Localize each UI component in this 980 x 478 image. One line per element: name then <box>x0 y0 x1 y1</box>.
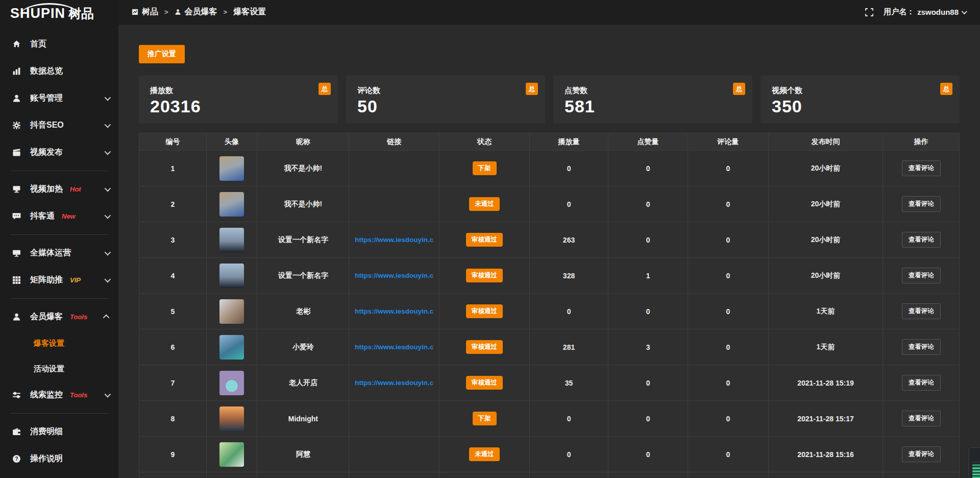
status-badge[interactable]: 审核通过 <box>466 340 503 354</box>
sidebar-item-douketong[interactable]: 抖客通 New <box>0 203 118 230</box>
username-label: 用户名： <box>884 7 914 17</box>
view-comments-button[interactable]: 查看评论 <box>902 232 941 248</box>
question-icon: ? <box>12 455 21 463</box>
sidebar-menu: 首页 数据总览 账号管理 抖音SEO <box>0 27 118 472</box>
table-row: 4 设置一个新名字 https://www.iesdouyin.c 审核通过 3… <box>139 258 960 294</box>
breadcrumb-item-member-baoke[interactable]: 会员爆客 <box>175 7 217 17</box>
chevron-down-icon <box>105 94 111 101</box>
cell-status: 审核通过 <box>439 329 530 365</box>
avatar <box>219 442 244 467</box>
floating-widget[interactable] <box>969 447 980 478</box>
cell-num: 3 <box>139 222 207 258</box>
sidebar-subitem-baoke-settings[interactable]: 爆客设置 <box>0 330 118 356</box>
sidebar-item-label: 全媒体运营 <box>30 248 71 258</box>
cell-num: 8 <box>139 401 207 437</box>
cell-link[interactable]: https://www.iesdouyin.c <box>349 222 439 258</box>
status-badge[interactable]: 审核通过 <box>466 304 503 318</box>
cell-status: 未通过 <box>439 437 530 472</box>
stat-label: 评论数 <box>357 86 534 95</box>
table-row: 1 我不是小帅! 下架 0 0 0 20小时前 查看评论 <box>139 151 960 186</box>
logo: SHUPIN树品 <box>0 0 118 27</box>
cell-likes: 0 <box>608 437 688 472</box>
cell-avatar <box>206 401 257 437</box>
promo-settings-button[interactable]: 推广设置 <box>139 45 185 63</box>
status-badge[interactable]: 审核通过 <box>466 269 503 282</box>
status-badge[interactable]: 下架 <box>473 412 497 425</box>
col-header-comments: 评论量 <box>688 133 768 151</box>
user-menu[interactable]: 用户名：zswodun88 <box>884 7 966 17</box>
sidebar-item-member-baoke[interactable]: 会员爆客 Tools <box>0 303 118 330</box>
stat-value: 581 <box>565 97 741 116</box>
cell-avatar <box>206 186 257 222</box>
cell-link[interactable]: https://www.iesdouyin.c <box>349 294 439 329</box>
status-badge[interactable]: 审核通过 <box>466 376 503 390</box>
sidebar-item-douyin-seo[interactable]: 抖音SEO <box>0 112 118 139</box>
sidebar-subitem-activity-settings[interactable]: 活动设置 <box>0 356 118 381</box>
sidebar-item-instructions[interactable]: ? 操作说明 <box>0 445 118 472</box>
avatar <box>219 335 244 360</box>
view-comments-button[interactable]: 查看评论 <box>902 339 941 355</box>
home-icon <box>12 40 21 49</box>
breadcrumb-separator: > <box>164 8 168 16</box>
videos-table: 编号 头像 昵称 链接 状态 播放量 点赞量 评论量 发布时间 操作 <box>139 133 960 478</box>
view-comments-button[interactable]: 查看评论 <box>902 375 941 391</box>
cell-avatar <box>206 294 257 329</box>
sidebar-item-label: 矩阵助推 <box>30 275 63 285</box>
view-comments-button[interactable]: 查看评论 <box>902 160 941 176</box>
cell-comments: 0 <box>688 294 768 329</box>
cell-plays: 328 <box>529 258 608 294</box>
table-row: 5 老彬 https://www.iesdouyin.c 审核通过 0 0 0 … <box>139 294 960 329</box>
sidebar-item-home[interactable]: 首页 <box>0 31 118 58</box>
cell-link[interactable]: https://www.iesdouyin.c <box>349 329 439 365</box>
table-row-partial <box>139 472 960 478</box>
floating-widget-top <box>971 451 980 462</box>
sidebar-item-consumption-details[interactable]: 消费明细 <box>0 418 118 445</box>
cell-op: 查看评论 <box>883 329 960 365</box>
table-row: 3 设置一个新名字 https://www.iesdouyin.c 审核通过 2… <box>139 222 960 258</box>
cell-comments: 0 <box>688 365 768 401</box>
monitor-icon <box>12 249 21 257</box>
cell-avatar <box>206 222 257 258</box>
chevron-up-icon <box>103 315 110 321</box>
member-icon <box>12 313 21 321</box>
status-badge[interactable]: 审核通过 <box>466 233 503 247</box>
col-header-num: 编号 <box>139 133 207 151</box>
chevron-down-icon <box>105 391 111 398</box>
sidebar-item-matrix-boost[interactable]: 矩阵助推 VIP <box>0 267 118 294</box>
view-comments-button[interactable]: 查看评论 <box>902 268 941 283</box>
cell-link[interactable] <box>349 437 439 472</box>
table-row: 6 小爱玲 https://www.iesdouyin.c 审核通过 281 3… <box>139 329 960 365</box>
chat-icon <box>12 212 21 221</box>
view-comments-button[interactable]: 查看评论 <box>902 411 941 426</box>
view-comments-button[interactable]: 查看评论 <box>902 446 941 462</box>
cell-link <box>349 472 439 478</box>
cell-time: 1天前 <box>768 329 883 365</box>
sidebar-item-omnimedia[interactable]: 全媒体运营 <box>0 240 118 267</box>
view-comments-button[interactable]: 查看评论 <box>902 196 941 212</box>
cell-link[interactable] <box>349 186 439 222</box>
sidebar-item-account-management[interactable]: 账号管理 <box>0 85 118 112</box>
status-badge[interactable]: 未通过 <box>469 197 500 211</box>
total-badge: 总 <box>318 83 331 95</box>
cell-link[interactable] <box>349 401 439 437</box>
cell-link[interactable]: https://www.iesdouyin.c <box>349 365 439 401</box>
sidebar-item-video-publish[interactable]: 视频发布 <box>0 139 118 166</box>
fullscreen-icon[interactable] <box>865 8 873 16</box>
vip-tag: VIP <box>70 276 81 284</box>
sidebar-item-data-overview[interactable]: 数据总览 <box>0 58 118 85</box>
widget-bar <box>972 473 980 475</box>
cell-avatar <box>206 258 257 294</box>
cell-link[interactable] <box>349 151 439 186</box>
cell-comments: 0 <box>688 329 768 365</box>
status-badge[interactable]: 下架 <box>473 161 497 175</box>
sidebar-item-label: 首页 <box>30 39 46 50</box>
cell-nickname: Midnight <box>257 401 349 437</box>
status-badge[interactable]: 未通过 <box>469 447 500 461</box>
view-comments-button[interactable]: 查看评论 <box>902 303 941 319</box>
cell-link[interactable]: https://www.iesdouyin.c <box>349 258 439 294</box>
sidebar-item-video-heating[interactable]: 视频加热 Hot <box>0 176 118 203</box>
breadcrumb-item-shupin[interactable]: 树品 <box>132 7 158 17</box>
sidebar-item-lead-monitoring[interactable]: 线索监控 Tools <box>0 381 118 409</box>
sidebar-item-label: 抖客通 <box>30 211 55 222</box>
cell-op: 查看评论 <box>883 294 960 329</box>
